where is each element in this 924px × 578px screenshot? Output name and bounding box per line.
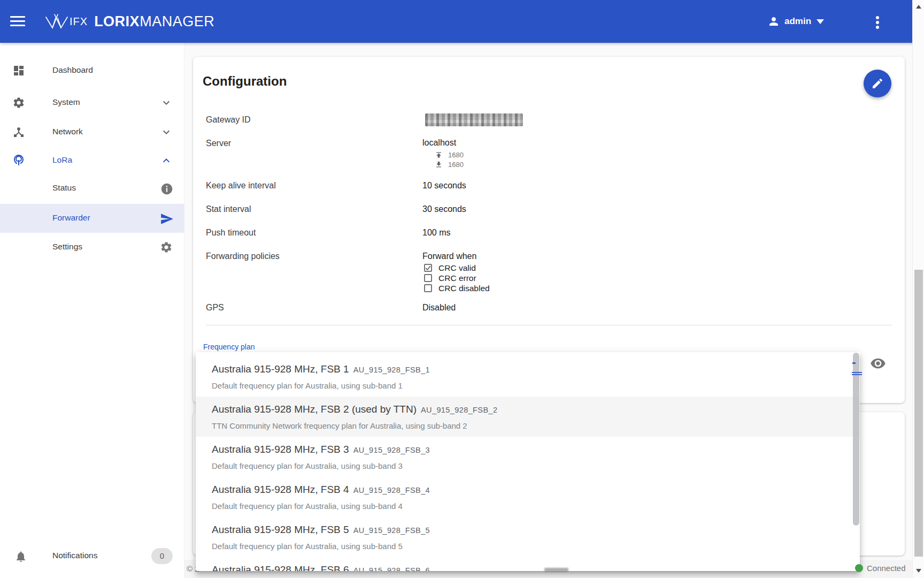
crc-error-row: CRC error	[424, 273, 476, 283]
user-name: admin	[784, 16, 811, 27]
crc-valid-row: CRC valid	[424, 263, 476, 273]
checkbox-crc-disabled[interactable]	[424, 284, 432, 292]
dashboard-icon	[12, 64, 25, 77]
crc-error-label: CRC error	[438, 273, 476, 283]
sidebar-item-label: Dashboard	[52, 65, 93, 75]
wifx-logo-icon	[45, 13, 68, 29]
visibility-icon[interactable]	[870, 355, 887, 372]
sidebar-item-lora[interactable]: LoRa	[0, 146, 184, 175]
page-scrollbar[interactable]	[912, 0, 924, 578]
app-logo: IFX LORIXMANAGER	[45, 12, 214, 31]
gear-icon	[160, 241, 173, 254]
downlink-port-value: 1680	[448, 161, 464, 169]
brand-wordmark-suffix: IFX	[70, 16, 88, 28]
option-title: Australia 915-928 MHz, FSB 4	[212, 484, 349, 495]
notifications-count-badge: 0	[151, 548, 173, 564]
stat-interval-label: Stat interval	[206, 204, 251, 214]
frequency-plan-option-3[interactable]: Australia 915-928 MHz, FSB 3AU_915_928_F…	[196, 437, 860, 477]
sidebar-nav: Dashboard System Network LoRa Status For…	[0, 43, 184, 578]
scroll-up-arrow[interactable]	[914, 2, 923, 11]
connected-dot-icon	[855, 564, 863, 572]
chevron-down-icon	[160, 126, 173, 139]
frequency-plan-label: Frequency plan	[203, 343, 255, 351]
sidebar-item-system[interactable]: System	[0, 88, 184, 117]
antenna-icon	[12, 154, 25, 167]
option-title: Australia 915-928 MHz, FSB 1	[212, 363, 349, 375]
server-label: Server	[206, 139, 231, 148]
chevron-up-icon	[160, 154, 173, 167]
top-app-bar: IFX LORIXMANAGER admin	[0, 0, 924, 43]
crc-disabled-row: CRC disabled	[424, 283, 490, 293]
frequency-plan-option-4[interactable]: Australia 915-928 MHz, FSB 4AU_915_928_F…	[196, 477, 860, 517]
select-underline-fragment	[852, 374, 862, 375]
app-window: IFX LORIXMANAGER admin Dashboard System …	[0, 0, 924, 578]
uplink-port-row: 1680	[435, 151, 464, 159]
keep-alive-value: 10 seconds	[422, 181, 466, 191]
frequency-plan-option-5[interactable]: Australia 915-928 MHz, FSB 5AU_915_928_F…	[196, 517, 860, 557]
footer-center-text-clipped	[544, 568, 568, 572]
frequency-plan-dropdown: Australia 915-928 MHz, FSB 1AU_915_928_F…	[196, 352, 860, 571]
server-host-value: localhost	[422, 138, 456, 148]
gateway-id-label: Gateway ID	[206, 115, 251, 125]
option-title: Australia 915-928 MHz, FSB 5	[212, 524, 349, 535]
scroll-down-arrow[interactable]	[914, 566, 923, 575]
gps-value: Disabled	[422, 303, 456, 313]
option-code: AU_915_928_FSB_5	[353, 526, 430, 535]
option-code: AU_915_928_FSB_6	[353, 566, 430, 571]
frequency-plan-option-1[interactable]: Australia 915-928 MHz, FSB 1AU_915_928_F…	[196, 356, 860, 397]
sidebar-item-forwarder[interactable]: Forwarder	[0, 204, 184, 233]
sidebar-item-label: Settings	[52, 242, 82, 252]
option-code: AU_915_928_FSB_2	[421, 406, 497, 414]
frequency-plan-option-6[interactable]: Australia 915-928 MHz, FSB 6AU_915_928_F…	[196, 557, 860, 571]
bell-icon	[14, 550, 27, 562]
sidebar-item-status[interactable]: Status	[0, 174, 184, 203]
menu-icon[interactable]	[10, 16, 25, 27]
option-title: Australia 915-928 MHz, FSB 3	[212, 444, 349, 455]
connection-status-label: Connected	[867, 564, 906, 573]
connection-status: Connected	[855, 564, 906, 573]
sidebar-item-settings[interactable]: Settings	[0, 233, 184, 262]
downlink-port-row: 1680	[435, 161, 464, 169]
option-description: Default frequency plan for Australia, us…	[212, 501, 838, 512]
upload-icon	[435, 151, 443, 159]
more-options-icon[interactable]	[872, 15, 883, 29]
option-title: Australia 915-928 MHz, FSB 2 (used by TT…	[212, 404, 417, 415]
crc-disabled-label: CRC disabled	[438, 284, 490, 293]
option-code: AU_915_928_FSB_4	[353, 486, 430, 495]
sidebar-item-label: Status	[52, 183, 76, 193]
keep-alive-label: Keep alive interval	[206, 181, 276, 191]
sidebar-item-network[interactable]: Network	[0, 118, 184, 147]
chevron-down-icon	[817, 19, 824, 24]
chevron-down-icon	[160, 96, 173, 109]
push-timeout-value: 100 ms	[422, 228, 450, 238]
option-description: Default frequency plan for Australia, us…	[212, 541, 838, 552]
select-underline-fragment	[852, 372, 862, 373]
option-code: AU_915_928_FSB_3	[353, 446, 430, 454]
forward-when-heading: Forward when	[422, 252, 476, 261]
sidebar-item-label: Network	[52, 127, 83, 136]
download-icon	[435, 161, 443, 169]
checkbox-crc-error[interactable]	[424, 274, 432, 282]
network-hub-icon	[12, 126, 25, 139]
sidebar-item-notifications[interactable]: Notifications 0	[0, 542, 184, 571]
page-scrollbar-thumb[interactable]	[914, 270, 923, 557]
gear-icon	[12, 96, 25, 109]
option-description: TTN Community Network frequency plan for…	[212, 421, 838, 431]
gateway-id-value-redacted	[425, 113, 523, 126]
configuration-card	[193, 57, 905, 403]
section-divider	[206, 325, 892, 325]
checkbox-crc-valid[interactable]	[424, 264, 432, 272]
frequency-plan-option-2[interactable]: Australia 915-928 MHz, FSB 2 (used by TT…	[196, 397, 860, 437]
push-timeout-label: Push timeout	[206, 228, 256, 238]
option-code: AU_915_928_FSB_1	[353, 366, 430, 374]
dropdown-scrollbar-thumb[interactable]	[853, 353, 859, 526]
edit-button[interactable]	[864, 70, 891, 97]
pencil-icon	[871, 77, 884, 90]
option-description: Default frequency plan for Australia, us…	[212, 461, 838, 471]
person-icon	[767, 15, 780, 28]
user-menu[interactable]: admin	[767, 13, 824, 30]
page-title: Configuration	[203, 74, 287, 89]
sidebar-item-dashboard[interactable]: Dashboard	[0, 56, 184, 85]
crc-valid-label: CRC valid	[438, 263, 476, 273]
select-underline-fragment	[852, 362, 856, 364]
